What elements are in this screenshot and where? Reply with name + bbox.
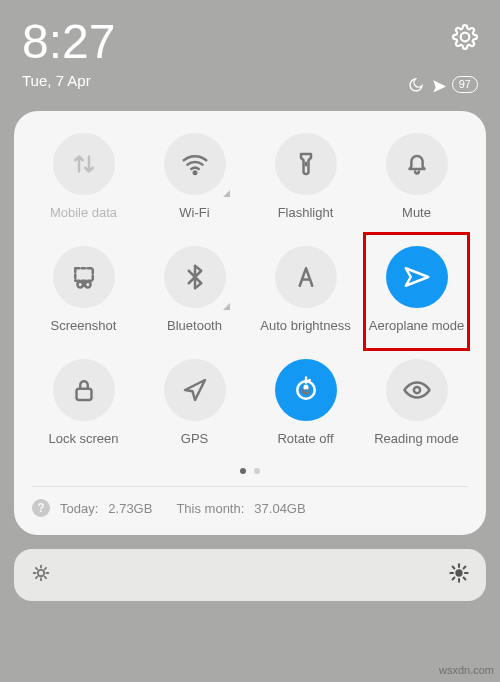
svg-point-9 — [297, 381, 315, 399]
svg-point-11 — [413, 387, 419, 393]
screenshot-icon — [53, 246, 115, 308]
auto-brightness-icon — [275, 246, 337, 308]
expand-indicator-icon — [223, 303, 230, 310]
svg-line-28 — [453, 578, 455, 580]
settings-button[interactable] — [452, 24, 478, 54]
gear-icon — [452, 24, 478, 50]
status-icons: 97 — [408, 76, 478, 93]
tile-rotate-off[interactable]: Rotate off — [250, 359, 361, 446]
svg-line-17 — [36, 568, 37, 569]
expand-indicator-icon — [223, 190, 230, 197]
tile-wifi[interactable]: Wi-Fi — [139, 133, 250, 220]
watermark: wsxdn.com — [439, 664, 494, 676]
svg-line-19 — [36, 577, 37, 578]
tile-reading-mode[interactable]: Reading mode — [361, 359, 472, 446]
flashlight-icon — [275, 133, 337, 195]
tile-auto-brightness[interactable]: Auto brightness — [250, 246, 361, 333]
tile-label: Rotate off — [277, 431, 333, 446]
mobile-data-icon — [53, 133, 115, 195]
page-dot-2 — [254, 468, 260, 474]
svg-line-29 — [464, 567, 466, 569]
svg-rect-8 — [76, 389, 91, 400]
tile-label: GPS — [181, 431, 208, 446]
help-icon: ? — [32, 499, 50, 517]
brightness-slider[interactable] — [14, 549, 486, 601]
tile-screenshot[interactable]: Screenshot — [28, 246, 139, 333]
dnd-moon-icon — [408, 77, 424, 93]
svg-point-12 — [38, 570, 44, 576]
tile-label: Aeroplane mode — [369, 318, 464, 333]
tile-label: Mute — [402, 205, 431, 220]
svg-rect-2 — [75, 268, 93, 281]
svg-line-20 — [45, 568, 46, 569]
wifi-icon — [164, 133, 226, 195]
tile-mute[interactable]: Mute — [361, 133, 472, 220]
clock-block: 8:27 Tue, 7 Apr — [22, 18, 115, 89]
tile-gps[interactable]: GPS — [139, 359, 250, 446]
data-usage-row[interactable]: ? Today: 2.73GB This month: 37.04GB — [28, 497, 472, 521]
tile-label: Auto brightness — [260, 318, 350, 333]
tile-label: Screenshot — [51, 318, 117, 333]
notification-header: 8:27 Tue, 7 Apr 97 — [0, 0, 500, 101]
tile-aeroplane-mode[interactable]: Aeroplane mode — [361, 246, 472, 333]
tile-label: Bluetooth — [167, 318, 222, 333]
tile-lock-screen[interactable]: Lock screen — [28, 359, 139, 446]
tile-bluetooth[interactable]: Bluetooth — [139, 246, 250, 333]
svg-point-0 — [193, 172, 196, 175]
usage-today-label: Today: — [60, 501, 98, 516]
clock-time: 8:27 — [22, 18, 115, 66]
eye-icon — [386, 359, 448, 421]
location-arrow-icon — [164, 359, 226, 421]
bluetooth-icon — [164, 246, 226, 308]
svg-line-6 — [82, 283, 85, 286]
quick-settings-panel: Mobile data Wi-Fi Flashlight Mute — [14, 111, 486, 535]
header-status: 97 — [408, 24, 478, 93]
quick-settings-grid: Mobile data Wi-Fi Flashlight Mute — [28, 133, 472, 446]
brightness-low-icon — [30, 562, 52, 588]
clock-date: Tue, 7 Apr — [22, 72, 115, 89]
rotate-lock-icon — [275, 359, 337, 421]
svg-line-26 — [453, 567, 455, 569]
tile-label: Flashlight — [278, 205, 334, 220]
bell-icon — [386, 133, 448, 195]
svg-point-21 — [455, 569, 462, 576]
airplane-icon — [386, 246, 448, 308]
svg-line-27 — [464, 578, 466, 580]
svg-line-18 — [45, 577, 46, 578]
tile-label: Lock screen — [48, 431, 118, 446]
tile-label: Wi-Fi — [179, 205, 209, 220]
page-indicator — [28, 468, 472, 474]
usage-month-label: This month: — [176, 501, 244, 516]
tile-flashlight[interactable]: Flashlight — [250, 133, 361, 220]
tile-label: Mobile data — [50, 205, 117, 220]
airplane-status-icon — [430, 77, 446, 93]
lock-icon — [53, 359, 115, 421]
page-dot-1 — [240, 468, 246, 474]
divider — [32, 486, 468, 487]
brightness-high-icon — [448, 562, 470, 588]
usage-today-value: 2.73GB — [108, 501, 152, 516]
usage-month-value: 37.04GB — [254, 501, 305, 516]
battery-level: 97 — [452, 76, 478, 93]
tile-label: Reading mode — [374, 431, 459, 446]
tile-mobile-data[interactable]: Mobile data — [28, 133, 139, 220]
